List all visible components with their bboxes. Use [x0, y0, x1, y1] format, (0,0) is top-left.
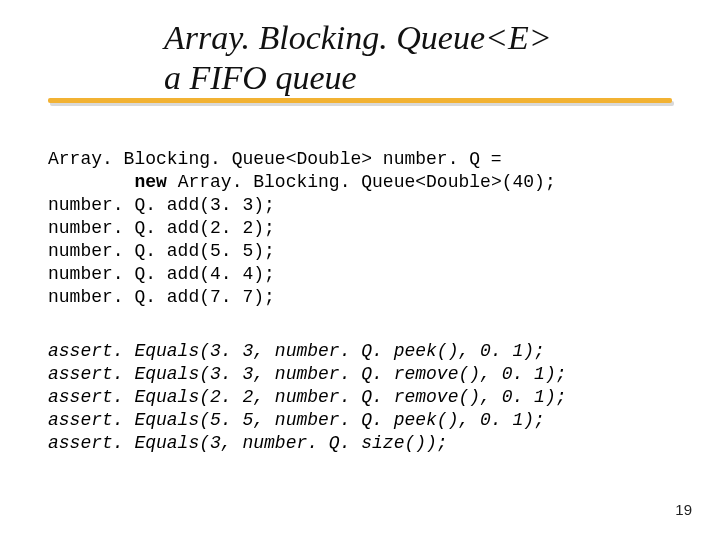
- title-underline: [48, 98, 672, 108]
- code-line-5: number. Q. add(5. 5);: [48, 241, 275, 261]
- code-block-declaration: Array. Blocking. Queue<Double> number. Q…: [48, 148, 556, 309]
- code-line-2-indent: [48, 172, 134, 192]
- assert-line-1: assert. Equals(3. 3, number. Q. peek(), …: [48, 341, 545, 361]
- code-line-4: number. Q. add(2. 2);: [48, 218, 275, 238]
- code-line-7: number. Q. add(7. 7);: [48, 287, 275, 307]
- code-block-asserts: assert. Equals(3. 3, number. Q. peek(), …: [48, 340, 566, 455]
- keyword-new: new: [134, 172, 166, 192]
- assert-line-4: assert. Equals(5. 5, number. Q. peek(), …: [48, 410, 545, 430]
- code-line-3: number. Q. add(3. 3);: [48, 195, 275, 215]
- title-line-1: Array. Blocking. Queue<E>: [164, 18, 684, 58]
- underline-main: [48, 98, 672, 103]
- title-line-2: a FIFO queue: [164, 58, 684, 98]
- page-number: 19: [675, 501, 692, 518]
- code-line-1: Array. Blocking. Queue<Double> number. Q…: [48, 149, 502, 169]
- code-line-6: number. Q. add(4. 4);: [48, 264, 275, 284]
- assert-line-3: assert. Equals(2. 2, number. Q. remove()…: [48, 387, 566, 407]
- assert-line-2: assert. Equals(3. 3, number. Q. remove()…: [48, 364, 566, 384]
- slide: Array. Blocking. Queue<E> a FIFO queue A…: [0, 0, 720, 540]
- slide-title: Array. Blocking. Queue<E> a FIFO queue: [164, 18, 684, 98]
- assert-line-5: assert. Equals(3, number. Q. size());: [48, 433, 448, 453]
- code-line-2-rest: Array. Blocking. Queue<Double>(40);: [167, 172, 556, 192]
